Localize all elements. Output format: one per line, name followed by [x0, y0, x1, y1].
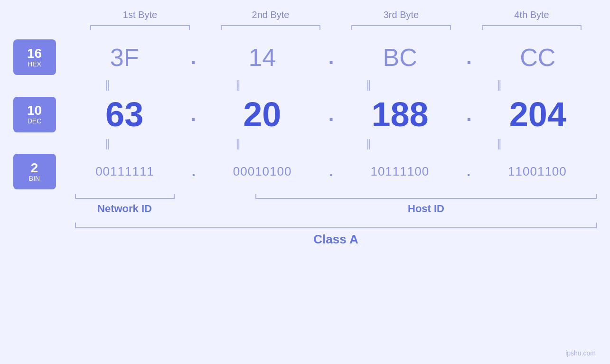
equals-row-2: ‖ ‖ ‖ ‖: [44, 138, 566, 150]
bin-values: 00111111 . 00010100 . 10111100 . 1100110…: [66, 164, 597, 179]
hex-row: 16 HEX 3F . 14 . BC . CC: [13, 39, 597, 75]
dec-row: 10 DEC 63 . 20 . 188 . 204: [13, 95, 597, 134]
hex-byte1: 3F: [72, 43, 177, 72]
dec-badge: 10 DEC: [13, 97, 56, 132]
bracket-byte2: [221, 25, 320, 30]
dec-badge-num: 10: [27, 104, 42, 117]
header-byte3: 3rd Byte: [349, 9, 453, 20]
hex-dot1: .: [190, 47, 196, 67]
watermark: ipshu.com: [565, 349, 596, 357]
eq2-b2: ‖: [188, 138, 292, 150]
dec-byte1: 63: [72, 95, 177, 134]
eq1-b2: ‖: [188, 79, 292, 91]
eq1-b3: ‖: [318, 79, 422, 91]
bracket-host: [255, 194, 597, 199]
bin-byte3: 10111100: [347, 164, 452, 179]
eq1-b1: ‖: [57, 79, 161, 91]
dec-byte3: 188: [348, 95, 452, 134]
bin-dot2: .: [329, 164, 333, 179]
hex-badge: 16 HEX: [13, 39, 56, 75]
hex-values: 3F . 14 . BC . CC: [66, 43, 597, 72]
class-label-row: Class A: [75, 232, 597, 247]
top-bracket-row: [75, 25, 597, 30]
hex-dot3: .: [466, 47, 472, 67]
class-bracket: [75, 223, 597, 228]
bin-badge-base: BIN: [29, 175, 40, 182]
bracket-byte4: [482, 25, 582, 30]
bin-byte2: 00010100: [210, 164, 315, 179]
bin-row: 2 BIN 00111111 . 00010100 . 10111100 . 1…: [13, 154, 597, 189]
bin-dot1: .: [192, 164, 196, 179]
network-id-label: Network ID: [75, 203, 175, 215]
dec-dot1: .: [190, 104, 196, 124]
equals-row-1: ‖ ‖ ‖ ‖: [44, 79, 566, 91]
bin-byte4: 11001100: [485, 164, 590, 179]
dec-dot3: .: [466, 104, 472, 124]
hex-badge-base: HEX: [28, 60, 41, 68]
bottom-bracket-area: Network ID Host ID: [75, 194, 597, 215]
hex-badge-num: 16: [27, 47, 42, 60]
bracket-byte3: [351, 25, 451, 30]
bin-byte1: 00111111: [73, 164, 177, 179]
host-id-label: Host ID: [255, 203, 597, 215]
dec-byte4: 204: [486, 95, 590, 134]
dec-byte2: 20: [210, 95, 314, 134]
hex-byte2: 14: [210, 43, 314, 72]
eq2-b4: ‖: [449, 138, 553, 150]
hex-dot2: .: [328, 47, 334, 67]
bottom-labels: Network ID Host ID: [75, 203, 597, 215]
hex-byte3: BC: [348, 43, 452, 72]
byte-headers-row: 1st Byte 2nd Byte 3rd Byte 4th Byte: [75, 9, 597, 20]
class-bracket-container: [75, 223, 597, 228]
header-byte1: 1st Byte: [88, 9, 192, 20]
dec-dot2: .: [328, 104, 334, 124]
header-byte2: 2nd Byte: [218, 9, 323, 20]
bin-dot3: .: [467, 164, 470, 179]
dec-badge-base: DEC: [28, 117, 42, 125]
eq1-b4: ‖: [449, 79, 553, 91]
bin-badge: 2 BIN: [13, 154, 56, 189]
eq2-b1: ‖: [57, 138, 161, 150]
dec-values: 63 . 20 . 188 . 204: [66, 95, 597, 134]
header-byte4: 4th Byte: [479, 9, 584, 20]
bracket-network: [75, 194, 175, 199]
bracket-byte1: [90, 25, 190, 30]
class-a-label: Class A: [313, 232, 358, 246]
hex-byte4: CC: [486, 43, 590, 72]
main-container: 1st Byte 2nd Byte 3rd Byte 4th Byte 16 H…: [0, 0, 610, 364]
bin-badge-num: 2: [31, 161, 38, 175]
bottom-brackets: [75, 194, 597, 199]
eq2-b3: ‖: [318, 138, 422, 150]
